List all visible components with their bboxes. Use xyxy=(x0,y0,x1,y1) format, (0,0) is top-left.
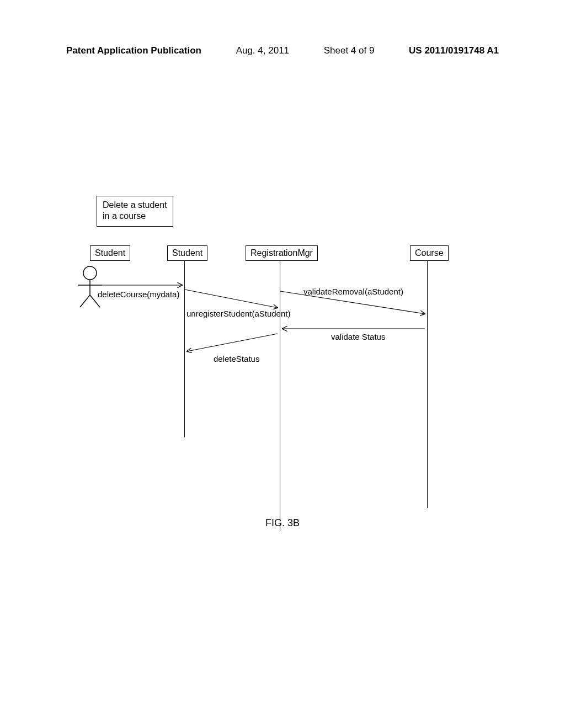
arrow-unregister-student xyxy=(185,290,278,308)
lifeline-area: Student Student RegistrationMgr Course xyxy=(86,245,483,538)
publication-label: Patent Application Publication xyxy=(66,45,201,56)
arrow-delete-status xyxy=(187,334,278,351)
publication-number: US 2011/0191748 A1 xyxy=(409,45,499,56)
diagram-title-line2: in a course xyxy=(103,211,167,222)
sheet-number: Sheet 4 of 9 xyxy=(324,45,375,56)
publication-date: Aug. 4, 2011 xyxy=(236,45,289,56)
msg-delete-status: deleteStatus xyxy=(214,354,259,363)
diagram-title-line1: Delete a student xyxy=(103,200,167,211)
msg-validate-status: validate Status xyxy=(331,332,385,341)
figure-caption: FIG. 3B xyxy=(0,517,565,529)
msg-unregister-student: unregisterStudent(aStudent) xyxy=(186,309,290,318)
msg-validate-removal: validateRemoval(aStudent) xyxy=(303,287,403,296)
page-header: Patent Application Publication Aug. 4, 2… xyxy=(66,45,499,56)
msg-delete-course: deleteCourse(mydata) xyxy=(98,290,179,299)
sequence-diagram: Delete a student in a course Student Stu… xyxy=(86,196,483,538)
diagram-title-box: Delete a student in a course xyxy=(97,196,173,227)
